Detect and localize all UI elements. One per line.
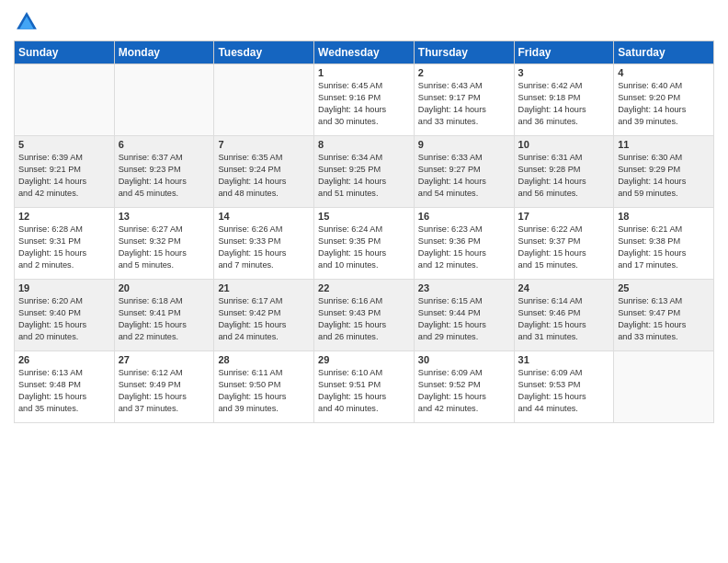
day-info: Sunrise: 6:18 AM Sunset: 9:41 PM Dayligh…: [119, 295, 210, 343]
day-number: 8: [318, 139, 410, 150]
calendar-cell: 6Sunrise: 6:37 AM Sunset: 9:23 PM Daylig…: [114, 136, 214, 208]
day-number: 25: [618, 282, 710, 293]
calendar-week-row: 19Sunrise: 6:20 AM Sunset: 9:40 PM Dayli…: [15, 280, 714, 351]
day-info: Sunrise: 6:10 AM Sunset: 9:51 PM Dayligh…: [318, 367, 410, 415]
day-info: Sunrise: 6:31 AM Sunset: 9:28 PM Dayligh…: [518, 152, 610, 200]
calendar-cell: [15, 64, 115, 136]
day-info: Sunrise: 6:45 AM Sunset: 9:16 PM Dayligh…: [318, 80, 410, 128]
day-info: Sunrise: 6:22 AM Sunset: 9:37 PM Dayligh…: [518, 224, 610, 271]
calendar-cell: 12Sunrise: 6:28 AM Sunset: 9:31 PM Dayli…: [15, 208, 115, 280]
day-info: Sunrise: 6:11 AM Sunset: 9:50 PM Dayligh…: [218, 367, 310, 415]
calendar-cell: 30Sunrise: 6:09 AM Sunset: 9:52 PM Dayli…: [414, 351, 514, 423]
day-number: 26: [18, 354, 110, 365]
calendar-cell: 2Sunrise: 6:43 AM Sunset: 9:17 PM Daylig…: [414, 64, 514, 136]
day-number: 24: [518, 282, 610, 293]
calendar-cell: 20Sunrise: 6:18 AM Sunset: 9:41 PM Dayli…: [114, 280, 214, 351]
day-number: 6: [119, 139, 210, 150]
calendar-cell: 27Sunrise: 6:12 AM Sunset: 9:49 PM Dayli…: [114, 351, 214, 423]
day-info: Sunrise: 6:15 AM Sunset: 9:44 PM Dayligh…: [418, 295, 510, 343]
calendar-cell: 10Sunrise: 6:31 AM Sunset: 9:28 PM Dayli…: [514, 136, 614, 208]
calendar-cell: 15Sunrise: 6:24 AM Sunset: 9:35 PM Dayli…: [314, 208, 415, 280]
calendar-cell: 1Sunrise: 6:45 AM Sunset: 9:16 PM Daylig…: [314, 64, 415, 136]
day-number: 18: [618, 211, 710, 222]
calendar-cell: 16Sunrise: 6:23 AM Sunset: 9:36 PM Dayli…: [414, 208, 514, 280]
day-number: 7: [218, 139, 310, 150]
calendar-table: SundayMondayTuesdayWednesdayThursdayFrid…: [14, 40, 714, 423]
day-number: 14: [218, 211, 310, 222]
day-number: 12: [18, 211, 110, 222]
weekday-header: Sunday: [15, 41, 115, 64]
day-number: 22: [318, 282, 410, 293]
day-number: 13: [119, 211, 210, 222]
day-info: Sunrise: 6:13 AM Sunset: 9:47 PM Dayligh…: [618, 295, 710, 343]
weekday-header: Monday: [114, 41, 214, 64]
calendar-week-row: 1Sunrise: 6:45 AM Sunset: 9:16 PM Daylig…: [15, 64, 714, 136]
day-number: 29: [318, 354, 410, 365]
calendar-week-row: 12Sunrise: 6:28 AM Sunset: 9:31 PM Dayli…: [15, 208, 714, 280]
calendar-cell: 9Sunrise: 6:33 AM Sunset: 9:27 PM Daylig…: [414, 136, 514, 208]
page: SundayMondayTuesdayWednesdayThursdayFrid…: [0, 0, 728, 563]
day-info: Sunrise: 6:43 AM Sunset: 9:17 PM Dayligh…: [418, 80, 510, 128]
day-number: 1: [318, 67, 410, 78]
weekday-header: Friday: [514, 41, 614, 64]
day-info: Sunrise: 6:12 AM Sunset: 9:49 PM Dayligh…: [119, 367, 210, 415]
day-info: Sunrise: 6:42 AM Sunset: 9:18 PM Dayligh…: [518, 80, 610, 128]
calendar-cell: 25Sunrise: 6:13 AM Sunset: 9:47 PM Dayli…: [614, 280, 714, 351]
day-info: Sunrise: 6:09 AM Sunset: 9:52 PM Dayligh…: [418, 367, 510, 415]
day-info: Sunrise: 6:40 AM Sunset: 9:20 PM Dayligh…: [618, 80, 710, 128]
calendar-cell: 29Sunrise: 6:10 AM Sunset: 9:51 PM Dayli…: [314, 351, 415, 423]
day-number: 9: [418, 139, 510, 150]
day-info: Sunrise: 6:17 AM Sunset: 9:42 PM Dayligh…: [218, 295, 310, 343]
calendar-cell: [614, 351, 714, 423]
day-info: Sunrise: 6:35 AM Sunset: 9:24 PM Dayligh…: [218, 152, 310, 200]
calendar-cell: 17Sunrise: 6:22 AM Sunset: 9:37 PM Dayli…: [514, 208, 614, 280]
day-number: 30: [418, 354, 510, 365]
calendar-cell: 22Sunrise: 6:16 AM Sunset: 9:43 PM Dayli…: [314, 280, 415, 351]
day-info: Sunrise: 6:39 AM Sunset: 9:21 PM Dayligh…: [18, 152, 110, 200]
calendar-cell: 19Sunrise: 6:20 AM Sunset: 9:40 PM Dayli…: [15, 280, 115, 351]
calendar-cell: 14Sunrise: 6:26 AM Sunset: 9:33 PM Dayli…: [214, 208, 314, 280]
calendar-cell: 4Sunrise: 6:40 AM Sunset: 9:20 PM Daylig…: [614, 64, 714, 136]
weekday-header: Wednesday: [314, 41, 415, 64]
logo: [14, 9, 43, 35]
header: [14, 9, 714, 35]
calendar-cell: 13Sunrise: 6:27 AM Sunset: 9:32 PM Dayli…: [114, 208, 214, 280]
header-row: SundayMondayTuesdayWednesdayThursdayFrid…: [15, 41, 714, 64]
weekday-header: Tuesday: [214, 41, 314, 64]
calendar-week-row: 5Sunrise: 6:39 AM Sunset: 9:21 PM Daylig…: [15, 136, 714, 208]
calendar-cell: 21Sunrise: 6:17 AM Sunset: 9:42 PM Dayli…: [214, 280, 314, 351]
calendar-cell: 26Sunrise: 6:13 AM Sunset: 9:48 PM Dayli…: [15, 351, 115, 423]
calendar-cell: 3Sunrise: 6:42 AM Sunset: 9:18 PM Daylig…: [514, 64, 614, 136]
day-info: Sunrise: 6:13 AM Sunset: 9:48 PM Dayligh…: [18, 367, 110, 415]
calendar-cell: [214, 64, 314, 136]
calendar-cell: 5Sunrise: 6:39 AM Sunset: 9:21 PM Daylig…: [15, 136, 115, 208]
day-number: 17: [518, 211, 610, 222]
day-info: Sunrise: 6:24 AM Sunset: 9:35 PM Dayligh…: [318, 224, 410, 271]
day-info: Sunrise: 6:26 AM Sunset: 9:33 PM Dayligh…: [218, 224, 310, 271]
calendar-week-row: 26Sunrise: 6:13 AM Sunset: 9:48 PM Dayli…: [15, 351, 714, 423]
day-info: Sunrise: 6:30 AM Sunset: 9:29 PM Dayligh…: [618, 152, 710, 200]
logo-icon: [14, 9, 40, 35]
calendar-cell: 18Sunrise: 6:21 AM Sunset: 9:38 PM Dayli…: [614, 208, 714, 280]
day-info: Sunrise: 6:21 AM Sunset: 9:38 PM Dayligh…: [618, 224, 710, 271]
day-number: 19: [18, 282, 110, 293]
calendar-cell: 11Sunrise: 6:30 AM Sunset: 9:29 PM Dayli…: [614, 136, 714, 208]
day-number: 2: [418, 67, 510, 78]
weekday-header: Saturday: [614, 41, 714, 64]
day-info: Sunrise: 6:27 AM Sunset: 9:32 PM Dayligh…: [119, 224, 210, 271]
day-info: Sunrise: 6:14 AM Sunset: 9:46 PM Dayligh…: [518, 295, 610, 343]
day-info: Sunrise: 6:37 AM Sunset: 9:23 PM Dayligh…: [119, 152, 210, 200]
day-info: Sunrise: 6:33 AM Sunset: 9:27 PM Dayligh…: [418, 152, 510, 200]
day-number: 15: [318, 211, 410, 222]
day-number: 10: [518, 139, 610, 150]
day-number: 11: [618, 139, 710, 150]
calendar-cell: 8Sunrise: 6:34 AM Sunset: 9:25 PM Daylig…: [314, 136, 415, 208]
day-number: 21: [218, 282, 310, 293]
day-info: Sunrise: 6:20 AM Sunset: 9:40 PM Dayligh…: [18, 295, 110, 343]
day-number: 3: [518, 67, 610, 78]
day-info: Sunrise: 6:34 AM Sunset: 9:25 PM Dayligh…: [318, 152, 410, 200]
day-info: Sunrise: 6:23 AM Sunset: 9:36 PM Dayligh…: [418, 224, 510, 271]
calendar-cell: 7Sunrise: 6:35 AM Sunset: 9:24 PM Daylig…: [214, 136, 314, 208]
calendar-cell: 31Sunrise: 6:09 AM Sunset: 9:53 PM Dayli…: [514, 351, 614, 423]
calendar-cell: [114, 64, 214, 136]
